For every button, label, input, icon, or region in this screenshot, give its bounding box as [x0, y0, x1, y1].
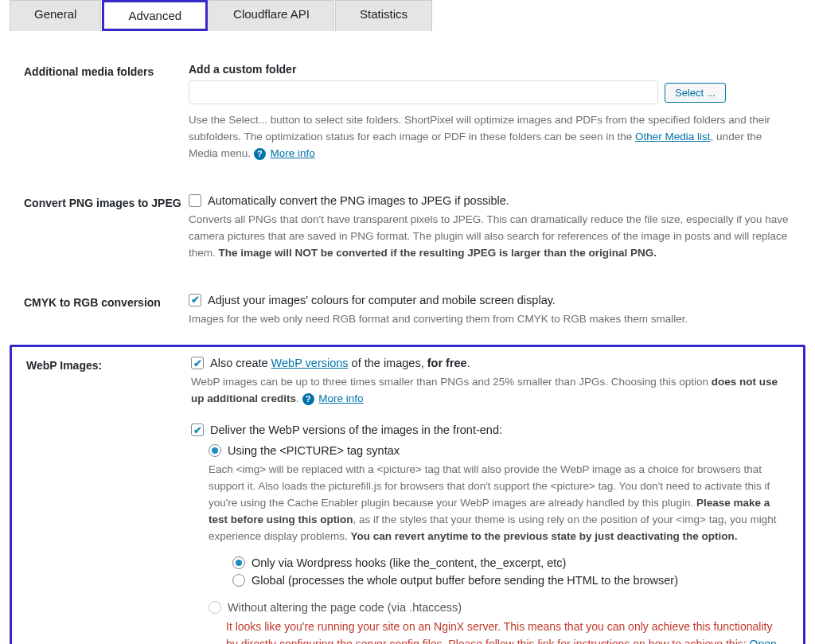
tab-statistics[interactable]: Statistics [335, 0, 432, 31]
folders-description: Use the Select... button to select site … [189, 112, 790, 162]
tab-advanced[interactable]: Advanced [102, 0, 208, 31]
picture-tag-description: Each <img> will be replaced with a <pict… [209, 462, 787, 545]
radio-picture-tag[interactable] [209, 444, 221, 457]
radio-htaccess [209, 601, 221, 614]
help-icon[interactable]: ? [302, 393, 314, 405]
radio-global-label: Global (processes the whole output buffe… [252, 574, 678, 587]
radio-wp-hooks-label: Only via Wordpress hooks (like the_conte… [252, 556, 566, 569]
help-icon[interactable]: ? [254, 148, 266, 160]
webp-description: WebP images can be up to three times sma… [191, 374, 787, 408]
webp-more-info-link[interactable]: More info [318, 392, 363, 404]
radio-htaccess-label: Without altering the page code (via .hta… [228, 601, 462, 614]
checkbox-cmyk[interactable] [189, 294, 201, 306]
convert-png-description: Converts all PNGs that don't have transp… [189, 212, 790, 262]
section-cmyk: CMYK to RGB conversion Adjust your image… [10, 279, 805, 345]
checkbox-cmyk-label: Adjust your images' colours for computer… [208, 294, 556, 306]
other-media-list-link[interactable]: Other Media list [635, 131, 711, 142]
webp-highlight: WebP Images: Also create WebP versions o… [10, 345, 805, 644]
webp-versions-link[interactable]: WebP versions [271, 357, 349, 369]
tab-general[interactable]: General [10, 0, 101, 31]
radio-global[interactable] [232, 574, 245, 587]
section-additional-media-folders: Additional media folders Add a custom fo… [10, 55, 805, 180]
nginx-warning: It looks like you're running your site o… [209, 619, 787, 644]
checkbox-deliver-webp[interactable] [191, 423, 204, 436]
radio-picture-tag-label: Using the <PICTURE> tag syntax [228, 444, 400, 457]
add-custom-folder-heading: Add a custom folder [189, 63, 790, 76]
label-webp: WebP Images: [12, 357, 191, 372]
more-info-link[interactable]: More info [271, 147, 315, 159]
section-webp: WebP Images: Also create WebP versions o… [12, 357, 803, 644]
label-convert-png: Convert PNG images to JPEG [10, 194, 189, 209]
section-convert-png: Convert PNG images to JPEG Automatically… [10, 180, 805, 279]
label-additional-media-folders: Additional media folders [10, 63, 189, 78]
checkbox-convert-png-label: Automatically convert the PNG images to … [208, 194, 509, 207]
select-folder-button[interactable]: Select ... [665, 83, 726, 103]
tab-cloudflare-api[interactable]: Cloudflare API [209, 0, 334, 31]
custom-folder-input[interactable] [189, 80, 658, 104]
label-cmyk: CMYK to RGB conversion [10, 294, 189, 309]
cmyk-description: Images for the web only need RGB format … [189, 311, 790, 328]
settings-tabs: General Advanced Cloudflare API Statisti… [10, 0, 805, 31]
checkbox-webp-create[interactable] [191, 357, 204, 369]
checkbox-webp-create-label: Also create WebP versions of the images,… [210, 357, 470, 369]
checkbox-deliver-webp-label: Deliver the WebP versions of the images … [210, 423, 502, 436]
checkbox-convert-png[interactable] [189, 194, 201, 207]
radio-wp-hooks[interactable] [232, 556, 245, 569]
